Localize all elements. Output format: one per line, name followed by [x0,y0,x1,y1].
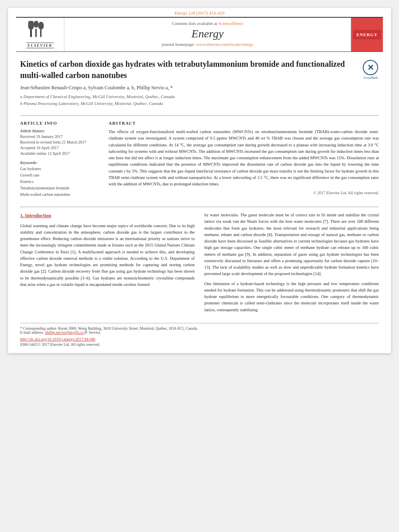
email-name: (P. Servio). [84,331,101,335]
keyword-2: Growth rate [20,172,101,179]
journal-reference: Energy 128 (2017) 414–420 [8,8,391,17]
sciencedirect-prefix: Contents lists available at [172,21,217,26]
history-values: Received 19 January 2017 Received in rev… [20,134,101,156]
body-right-column: by water molecules. The guest molecule m… [204,212,379,316]
email-address: phillip.servio@mcgill.ca [45,331,83,335]
svg-point-1 [28,21,34,30]
accepted-date: Accepted 10 April 2017 [20,145,101,151]
journal-header: ELSEVIER Contents lists available at Sci… [16,17,383,52]
article-history: Article history: Received 19 January 201… [20,129,101,156]
section1-para2: by water molecules. The guest molecule m… [204,212,379,277]
online-date: Available online 12 April 2017 [20,151,101,156]
svg-rect-4 [35,29,37,37]
abstract-heading: ABSTRACT [109,121,379,125]
affiliation-b: b Plasma Processing Laboratory, McGill U… [20,100,359,107]
keywords-list: Gas hydrates Growth rate Kinetics Tetrab… [20,166,101,198]
svg-rect-5 [40,30,41,37]
abstract-column: ABSTRACT The effects of oxygen-functiona… [109,121,379,202]
authors-text: Jean-Sébastien Renault-Crispo a, Sylvain… [20,85,359,91]
energy-logo-section: ENERGY [351,18,383,51]
journal-name: Energy [72,27,343,40]
elsevier-logo-section: ELSEVIER [16,18,64,51]
journal-ref-text: Energy 128 (2017) 414–420 [175,10,224,15]
section1-para3: One limitation of a hydrate-based techno… [204,281,379,313]
doi-link[interactable]: http://dx.doi.org/10.1016/j.energy.2017.… [20,337,95,341]
footnote-section: * Corresponding author. Room 3060, Wong … [20,323,379,347]
article-title: Kinetics of carbon dioxide gas hydrates … [20,58,359,111]
affiliations: a Department of Chemical Engineering, Mc… [20,93,359,107]
svg-point-2 [34,21,39,28]
page: Energy 128 (2017) 414–420 ELSEVIER Conte… [8,8,391,353]
body-left-column: 1. Introduction Global warming and clima… [20,212,195,316]
article-main: Kinetics of carbon dioxide gas hydrates … [8,52,391,353]
elsevier-tree-icon [28,21,52,41]
section1-para1: Global warming and climate change have b… [20,223,195,288]
revised-date: Received in revised form 21 March 2017 [20,140,101,145]
keyword-1: Gas hydrates [20,166,101,172]
keyword-5: Multi-walled carbon nanotubes [20,191,101,198]
crossmark-label: CrossMark [363,76,379,80]
affiliation-a: a Department of Chemical Engineering, Mc… [20,93,359,100]
corresponding-author: * Corresponding author. Room 3060, Wong … [20,327,379,331]
abstract-text: The effects of oxygen-functionalized mul… [109,129,379,187]
sciencedirect-link[interactable]: ScienceDirect [218,21,243,26]
issn-text: 0360-5442/© 2017 Elsevier Ltd. All right… [20,343,379,347]
body-section: 1. Introduction Global warming and clima… [20,212,379,316]
energy-logo: ENERGY [353,30,381,39]
sciencedirect-link-text: ScienceDirect [218,21,243,26]
crossmark-icon: ✕ [363,60,378,75]
homepage-link-text: www.elsevier.com/locate/energy [196,42,253,47]
email-link[interactable]: phillip.servio@mcgill.ca [45,331,84,335]
section1-heading: 1. Introduction [20,212,195,220]
history-label: Article history: [20,129,101,133]
keyword-3: Kinetics [20,179,101,185]
svg-point-3 [38,22,44,30]
homepage-line: journal homepage: www.elsevier.com/locat… [72,42,343,47]
crossmark-badge: ✕ CrossMark [363,60,379,76]
section-divider [20,207,379,207]
copyright-text: © 2017 Elsevier Ltd. All rights reserved… [109,191,379,195]
received-date: Received 19 January 2017 [20,134,101,140]
keyword-4: Tetrabutylammonium bromide [20,185,101,191]
elsevier-logo: ELSEVIER [26,21,54,48]
keywords-section: Keywords: Gas hydrates Growth rate Kinet… [20,160,101,198]
article-title-section: Kinetics of carbon dioxide gas hydrates … [20,58,379,111]
elsevier-wordmark: ELSEVIER [26,43,54,48]
doi-text: http://dx.doi.org/10.1016/j.energy.2017.… [20,337,95,341]
article-title-text: Kinetics of carbon dioxide gas hydrates … [20,58,359,81]
sciencedirect-line: Contents lists available at ScienceDirec… [72,21,343,26]
keywords-label: Keywords: [20,160,101,165]
homepage-link[interactable]: www.elsevier.com/locate/energy [196,42,253,47]
article-info-heading: ARTICLE INFO [20,121,101,125]
email-label: E-mail address: [20,331,44,335]
journal-center-info: Contents lists available at ScienceDirec… [64,18,351,51]
article-info-column: ARTICLE INFO Article history: Received 1… [20,121,101,202]
email-line: E-mail address: phillip.servio@mcgill.ca… [20,331,379,335]
info-abstract-section: ARTICLE INFO Article history: Received 1… [20,115,379,202]
doi-line: http://dx.doi.org/10.1016/j.energy.2017.… [20,337,379,341]
homepage-prefix: journal homepage: [162,42,195,47]
